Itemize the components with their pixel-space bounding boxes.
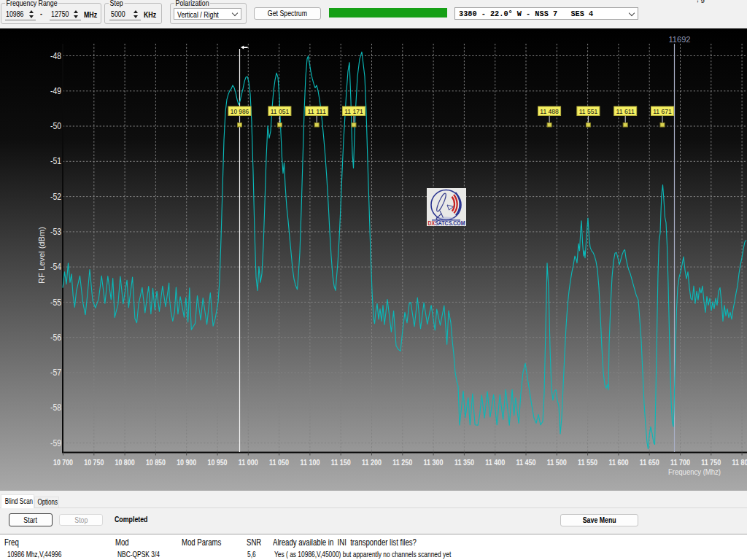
svg-text:Frequency (Mhz): Frequency (Mhz) (668, 467, 721, 476)
svg-text:11 650: 11 650 (640, 459, 659, 467)
svg-text:11 611: 11 611 (616, 107, 635, 115)
svg-text:10 700: 10 700 (53, 459, 73, 467)
svg-text:-58: -58 (50, 402, 61, 413)
svg-text:-51: -51 (50, 155, 61, 166)
svg-text:11 250: 11 250 (392, 459, 412, 467)
svg-text:11 350: 11 350 (454, 459, 474, 467)
svg-text:-54: -54 (50, 261, 61, 272)
svg-text:-50: -50 (50, 120, 61, 131)
svg-text:11 300: 11 300 (424, 459, 444, 467)
svg-text:11 800: 11 800 (732, 459, 747, 467)
svg-text:-48: -48 (50, 50, 61, 61)
svg-text:11 450: 11 450 (516, 459, 536, 467)
svg-text:-57: -57 (50, 367, 61, 378)
svg-text:11 171: 11 171 (344, 107, 363, 115)
svg-text:-49: -49 (50, 85, 61, 96)
svg-text:11 111: 11 111 (307, 107, 326, 115)
svg-text:RF Level (dBm): RF Level (dBm) (37, 227, 46, 284)
svg-text:11 000: 11 000 (239, 459, 258, 467)
svg-text:10 950: 10 950 (208, 459, 228, 467)
svg-text:10 800: 10 800 (115, 459, 135, 467)
svg-text:11 400: 11 400 (485, 459, 505, 467)
svg-text:-52: -52 (50, 191, 61, 202)
svg-text:10 850: 10 850 (146, 459, 166, 467)
svg-text:11 200: 11 200 (362, 459, 382, 467)
svg-text:11 500: 11 500 (547, 459, 567, 467)
svg-text:10 986: 10 986 (231, 107, 249, 115)
svg-text:11 150: 11 150 (331, 459, 351, 467)
svg-text:11 050: 11 050 (269, 459, 289, 467)
svg-text:11692: 11692 (669, 35, 691, 44)
svg-text:11 488: 11 488 (540, 107, 559, 115)
svg-text:-56: -56 (50, 332, 61, 343)
svg-text:11 700: 11 700 (670, 459, 690, 467)
svg-text:11 671: 11 671 (653, 107, 672, 115)
svg-text:-55: -55 (50, 297, 61, 308)
svg-text:10 750: 10 750 (84, 459, 104, 467)
svg-text:11 100: 11 100 (300, 459, 320, 467)
svg-text:11 600: 11 600 (608, 459, 628, 467)
svg-text:-59: -59 (50, 438, 61, 448)
svg-text:10 900: 10 900 (177, 459, 196, 467)
svg-text:11 550: 11 550 (578, 459, 597, 467)
svg-text:11 551: 11 551 (579, 107, 598, 115)
svg-text:11 051: 11 051 (271, 107, 290, 115)
svg-text:11 750: 11 750 (701, 459, 721, 467)
svg-text:-53: -53 (50, 226, 61, 237)
svg-text:DXSATCS.COM: DXSATCS.COM (428, 219, 465, 227)
